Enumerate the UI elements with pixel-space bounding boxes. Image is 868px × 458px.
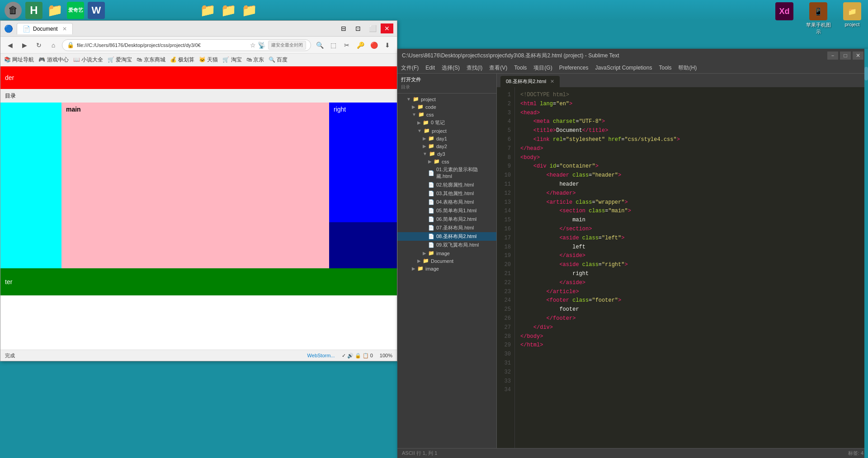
adobe-xd-icon[interactable]: Xd	[771, 2, 798, 20]
menu-view[interactable]: 查看(V)	[489, 64, 507, 72]
code-area[interactable]: 12345 678910 1112131415 1617181920 21222…	[497, 87, 868, 448]
iqiyi-icon[interactable]: 爱奇艺	[67, 2, 84, 19]
menu-tools2[interactable]: Tools	[659, 65, 671, 71]
right-scrollbar[interactable]	[864, 49, 868, 458]
sidebar-item-dy3[interactable]: ▼ 📁 dy3	[397, 150, 496, 158]
expand-arrow: ▼	[423, 151, 427, 156]
tab-close-button[interactable]: ✕	[62, 26, 67, 32]
sidebar-file-08-active[interactable]: 📄 08.圣杯布局2.html	[397, 232, 496, 241]
sidebar-file-06[interactable]: 📄 06.简单布局2.html	[397, 215, 496, 224]
html-left-column	[0, 103, 61, 268]
refresh-button[interactable]: ↻	[33, 39, 45, 51]
html-main-area: main right	[0, 103, 397, 268]
folder-icon-4[interactable]: 📁	[241, 2, 258, 19]
download-button[interactable]: ⬇	[382, 39, 393, 51]
code-line-10: <header class="header">	[520, 171, 863, 180]
tab-favicon: 📄	[23, 25, 30, 33]
bookmark-jd2[interactable]: 🛍 京东	[246, 56, 264, 64]
bookmark-taobao2[interactable]: 🛒 淘宝	[222, 56, 241, 64]
sidebar-item-project[interactable]: ▼ 📁 project	[397, 95, 496, 103]
sidebar-item-dy3-css[interactable]: ▶ 📁 css	[397, 158, 496, 165]
sidebar-item-project-sub[interactable]: ▼ 📁 project	[397, 127, 496, 135]
html-center-column: main	[61, 103, 329, 268]
menu-project[interactable]: 项目(G)	[533, 64, 552, 72]
sublime-maximize[interactable]: □	[840, 51, 851, 60]
sidebar-item-document[interactable]: ▶ 📁 Document	[397, 257, 496, 265]
menu-preferences[interactable]: Preferences	[559, 65, 589, 71]
menu-select[interactable]: 选择(S)	[442, 64, 460, 72]
sidebar-file-04[interactable]: 📄 04.表格布局.html	[397, 198, 496, 206]
folder-icon-1[interactable]: 📁	[46, 2, 63, 19]
sidebar-item-day2[interactable]: ▶ 📁 day2	[397, 142, 496, 150]
code-line-3: <head>	[520, 109, 863, 118]
bookmark-jihua[interactable]: 💰 极划算	[170, 56, 194, 64]
sublime-close[interactable]: ✕	[853, 51, 863, 60]
sidebar-item-image[interactable]: ▶ 📁 image	[397, 249, 496, 257]
recycle-bin-icon[interactable]: 🗑	[5, 2, 22, 19]
sidebar-item-day1[interactable]: ▶ 📁 day1	[397, 135, 496, 142]
sidebar-item-css[interactable]: ▼ 📁 css	[397, 111, 496, 118]
code-line-21: </aside>	[520, 252, 863, 261]
menu-js-completions[interactable]: JavaScript Completions	[595, 65, 652, 71]
file-icon: 📄	[428, 191, 434, 196]
sublime-menubar: 文件(F) Edit 选择(S) 查找(I) 查看(V) Tools 项目(G)…	[397, 62, 868, 74]
close-button[interactable]: ✕	[381, 23, 393, 33]
address-bar[interactable]: 🔒 file:///C:/Users/86176/Desktop/project…	[62, 39, 311, 51]
sidebar-file-01[interactable]: 📄 01.元素的显示和隐藏.html	[397, 165, 496, 181]
browser-tab[interactable]: 📄 Document ✕	[17, 23, 73, 34]
sidebar-item-notes[interactable]: ▶ 📁 0 笔记	[397, 118, 496, 127]
home-button[interactable]: ⌂	[47, 39, 59, 51]
minimize-button[interactable]: ⊟	[337, 23, 350, 33]
menu-find[interactable]: 查找(I)	[467, 64, 482, 72]
sublime-body: 打开文件 目录 ▼ 📁 project ▶ 📁 code ▼	[397, 74, 868, 448]
file-icon: 📄	[428, 170, 434, 176]
sidebar-item-code[interactable]: ▶ 📁 code	[397, 103, 496, 111]
sidebar-file-05[interactable]: 📄 05.简单布局1.html	[397, 206, 496, 215]
phone-desktop-icon[interactable]: 📱 苹果手机图示	[805, 2, 832, 35]
back-button[interactable]: ◀	[4, 39, 16, 51]
h-app-icon[interactable]: H	[25, 2, 42, 19]
restore-button[interactable]: ⊡	[352, 23, 364, 33]
folder-icon-2[interactable]: 📁	[199, 2, 216, 19]
bookmark-tianmao[interactable]: 🐱 天猫	[199, 56, 218, 64]
forward-button[interactable]: ▶	[19, 39, 30, 51]
bookmark-game[interactable]: 🎮 游戏中心	[38, 56, 68, 64]
sidebar-header: 打开文件 目录	[397, 74, 496, 93]
expand-arrow: ▼	[412, 112, 416, 117]
bookmark-novel[interactable]: 📖 小说大全	[73, 56, 103, 64]
bookmark-dizhi[interactable]: 📚 网址导航	[4, 56, 34, 64]
nav-icon-4[interactable]: 🔑	[354, 39, 366, 51]
menu-file[interactable]: 文件(F)	[401, 64, 419, 72]
sublime-text-window: C:\Users\86176\Desktop\project\css\proje…	[397, 49, 868, 458]
rss-icon[interactable]: 📡	[258, 42, 265, 49]
sidebar-item-image-root[interactable]: ▶ 📁 image	[397, 265, 496, 272]
maximize-button[interactable]: ⬜	[366, 23, 379, 33]
code-content[interactable]: <!DOCTYPE html> <html lang="en"> <head> …	[515, 87, 868, 448]
sidebar-file-07[interactable]: 📄 07.圣杯布局.html	[397, 224, 496, 232]
editor-tab-active[interactable]: 08.圣杯布局2.html ✕	[500, 76, 560, 87]
sidebar-file-03[interactable]: 📄 03.其他属性.html	[397, 189, 496, 198]
folder-icon-3[interactable]: 📁	[220, 2, 237, 19]
file-icon: 📄	[428, 182, 434, 188]
html-nav: 目录	[0, 89, 397, 103]
tab-close-icon[interactable]: ✕	[550, 79, 554, 84]
html-whitespace	[0, 295, 397, 350]
project-desktop-icon[interactable]: 📁 project	[839, 2, 866, 27]
search-button[interactable]: 🔍	[314, 39, 326, 51]
nav-icon-2[interactable]: ⬚	[327, 39, 339, 51]
menu-help[interactable]: 帮助(H)	[678, 64, 697, 72]
menu-edit[interactable]: Edit	[425, 65, 435, 71]
menu-tools[interactable]: Tools	[514, 65, 527, 71]
nav-icon-3[interactable]: ✂	[341, 39, 353, 51]
bookmark-baidu[interactable]: 🔍 百度	[269, 56, 288, 64]
nav-icon-5[interactable]: 🔴	[368, 39, 380, 51]
sublime-editor: 08.圣杯布局2.html ✕ 12345 678910 1112131415 …	[497, 74, 868, 448]
sublime-minimize[interactable]: －	[827, 51, 838, 60]
scrollbar-thumb[interactable]	[864, 67, 868, 80]
sidebar-file-02[interactable]: 📄 02.轮廓属性.html	[397, 181, 496, 189]
word-icon[interactable]: W	[88, 2, 105, 19]
bookmark-jd[interactable]: 🛍 京东商城	[137, 56, 165, 64]
bookmark-taobao[interactable]: 🛒 爱淘宝	[108, 56, 132, 64]
sidebar-file-09[interactable]: 📄 09.双飞翼布局.html	[397, 241, 496, 249]
star-icon[interactable]: ☆	[250, 42, 256, 49]
